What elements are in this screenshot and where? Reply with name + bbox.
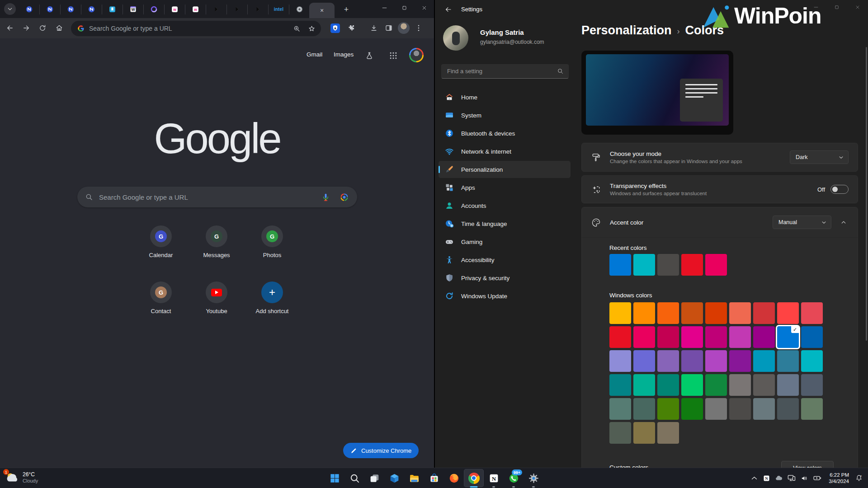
breadcrumb-personalization[interactable]: Personalization xyxy=(581,23,672,38)
pinned-tab-chevron-dark[interactable] xyxy=(248,5,269,14)
tab-close-icon[interactable]: × xyxy=(320,7,324,14)
zoom-icon[interactable] xyxy=(293,25,301,33)
tray-volume[interactable] xyxy=(798,470,811,486)
settings-scrollbar[interactable] xyxy=(866,47,867,341)
taskbar-file-explorer-button[interactable] xyxy=(404,469,424,487)
windows-color-swatch-20[interactable] xyxy=(657,350,679,372)
sidebar-item-accessibility[interactable]: Accessibility xyxy=(439,251,571,268)
shortcut-youtube[interactable]: Youtube xyxy=(191,282,242,314)
windows-color-swatch-0[interactable] xyxy=(609,302,631,324)
windows-color-swatch-11[interactable] xyxy=(657,326,679,348)
windows-color-swatch-41[interactable] xyxy=(729,398,751,420)
windows-color-swatch-12[interactable] xyxy=(681,326,703,348)
sidebar-item-time-language[interactable]: Time & language xyxy=(439,215,571,232)
tray-onedrive[interactable] xyxy=(773,470,785,486)
tab-search-button[interactable] xyxy=(4,3,16,15)
extensions-button[interactable] xyxy=(344,21,358,35)
windows-color-swatch-24[interactable] xyxy=(753,350,775,372)
notification-bell-button[interactable]: z xyxy=(853,470,865,486)
shortcut-contact[interactable]: GContact xyxy=(136,282,186,314)
taskbar-chrome-button[interactable] xyxy=(464,469,484,487)
back-button[interactable] xyxy=(3,21,17,35)
mode-dropdown[interactable]: Dark xyxy=(790,150,849,164)
recent-color-swatch-2[interactable] xyxy=(657,254,679,276)
windows-color-swatch-18[interactable] xyxy=(609,350,631,372)
taskbar-start-button[interactable] xyxy=(325,469,344,487)
home-button[interactable] xyxy=(52,21,66,35)
pinned-tab-intel[interactable]: intel xyxy=(269,5,289,14)
pinned-tab-w-doc[interactable]: W xyxy=(123,5,144,14)
windows-color-swatch-15[interactable] xyxy=(753,326,775,348)
settings-search-input[interactable]: Find a setting xyxy=(441,64,569,79)
pinned-tab-blue-n[interactable] xyxy=(19,5,40,14)
tray-notion[interactable]: N xyxy=(760,470,773,486)
windows-color-swatch-46[interactable] xyxy=(633,422,655,444)
labs-button[interactable] xyxy=(363,49,376,62)
windows-color-swatch-13[interactable] xyxy=(705,326,727,348)
profile-avatar[interactable] xyxy=(398,22,410,34)
taskbar-search-button[interactable] xyxy=(344,469,364,487)
pinned-tab-w-pink[interactable]: w xyxy=(185,5,206,14)
pinned-tab-purple-ring[interactable] xyxy=(144,5,165,14)
gmail-link[interactable]: Gmail xyxy=(307,51,322,58)
windows-color-swatch-1[interactable] xyxy=(633,302,655,324)
taskbar-task-view-button[interactable] xyxy=(364,469,384,487)
accent-mode-dropdown[interactable]: Manual xyxy=(773,216,831,229)
user-card[interactable]: Gylang Satria gylangsatria@outlook.com xyxy=(442,24,573,52)
windows-color-swatch-5[interactable] xyxy=(729,302,751,324)
windows-color-swatch-40[interactable] xyxy=(705,398,727,420)
windows-color-swatch-33[interactable] xyxy=(753,374,775,396)
taskbar-store-button[interactable] xyxy=(424,469,444,487)
windows-color-swatch-38[interactable] xyxy=(657,398,679,420)
windows-color-swatch-43[interactable] xyxy=(777,398,799,420)
pinned-tab-bookmark[interactable] xyxy=(102,5,123,14)
pinned-tab-chrome-gray[interactable] xyxy=(289,5,310,14)
windows-color-swatch-8[interactable] xyxy=(801,302,823,324)
close-button[interactable] xyxy=(414,0,434,15)
taskbar-notion-button[interactable]: N xyxy=(484,469,504,487)
sidebar-item-home[interactable]: Home xyxy=(439,89,571,106)
minimize-button[interactable] xyxy=(374,0,394,15)
windows-color-swatch-22[interactable] xyxy=(705,350,727,372)
pinned-tab-w-pink[interactable]: w xyxy=(165,5,185,14)
windows-color-swatch-44[interactable] xyxy=(801,398,823,420)
windows-color-swatch-19[interactable] xyxy=(633,350,655,372)
new-tab-button[interactable]: + xyxy=(341,4,352,15)
settings-back-button[interactable] xyxy=(441,4,456,15)
customize-chrome-button[interactable]: Customize Chrome xyxy=(343,443,419,458)
sidebar-item-gaming[interactable]: Gaming xyxy=(439,233,571,250)
recent-color-swatch-3[interactable] xyxy=(681,254,703,276)
sidebar-item-windows-update[interactable]: Windows Update xyxy=(439,287,571,305)
windows-color-swatch-25[interactable] xyxy=(777,350,799,372)
windows-color-swatch-6[interactable] xyxy=(753,302,775,324)
forward-button[interactable] xyxy=(19,21,33,35)
lens-icon[interactable] xyxy=(340,192,349,202)
windows-color-swatch-2[interactable] xyxy=(657,302,679,324)
windows-color-swatch-26[interactable] xyxy=(801,350,823,372)
shortcut-add-shortcut[interactable]: +Add shortcut xyxy=(247,282,297,314)
recent-color-swatch-0[interactable] xyxy=(609,254,631,276)
sidebar-item-network-internet[interactable]: Network & internet xyxy=(439,143,571,160)
windows-color-swatch-14[interactable] xyxy=(729,326,751,348)
taskbar-dev-box-button[interactable] xyxy=(384,469,404,487)
pinned-tab-blue-n[interactable] xyxy=(40,5,61,14)
windows-color-swatch-47[interactable] xyxy=(657,422,679,444)
ntp-search-box[interactable]: Search Google or type a URL xyxy=(77,187,357,207)
accent-color-header[interactable]: Accent color Manual xyxy=(582,207,858,238)
sidebar-item-accounts[interactable]: Accounts xyxy=(439,197,571,214)
windows-color-swatch-17[interactable] xyxy=(801,326,823,348)
bookmark-star-icon[interactable] xyxy=(308,25,316,33)
google-apps-button[interactable] xyxy=(387,49,400,62)
windows-color-swatch-28[interactable] xyxy=(633,374,655,396)
taskbar-clock[interactable]: 6:22 PM 3/4/2024 xyxy=(824,472,853,484)
windows-color-swatch-23[interactable] xyxy=(729,350,751,372)
address-bar[interactable]: Search Google or type a URL xyxy=(71,21,321,36)
taskbar-firefox-button[interactable] xyxy=(444,469,464,487)
menu-button[interactable] xyxy=(412,21,425,35)
windows-color-swatch-4[interactable] xyxy=(705,302,727,324)
windows-color-swatch-9[interactable] xyxy=(609,326,631,348)
shortcut-calendar[interactable]: GCalendar xyxy=(136,225,186,258)
windows-color-swatch-42[interactable] xyxy=(753,398,775,420)
taskbar-whatsapp-button[interactable]: 99+ xyxy=(504,469,524,487)
windows-color-swatch-36[interactable] xyxy=(609,398,631,420)
